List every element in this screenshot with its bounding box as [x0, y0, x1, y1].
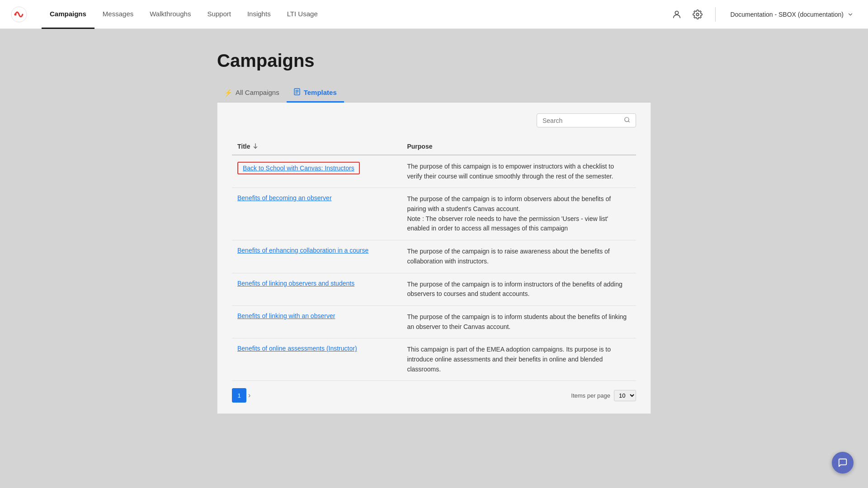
td-title-5: Benefits of online assessments (Instruct…	[232, 338, 401, 381]
td-purpose-4: The purpose of the campaign is to inform…	[401, 305, 636, 338]
items-per-page-select[interactable]: 10 25 50	[614, 390, 636, 401]
th-purpose: Purpose	[401, 138, 636, 155]
items-per-page-label: Items per page	[571, 392, 610, 399]
nav-support[interactable]: Support	[199, 0, 239, 29]
sort-icon	[253, 143, 258, 150]
th-purpose-label: Purpose	[407, 143, 432, 150]
pagination-buttons: 1 ›	[232, 388, 250, 403]
template-link-4[interactable]: Benefits of linking with an observer	[237, 312, 335, 319]
table-row: Back to School with Canvas: InstructorsT…	[232, 155, 636, 188]
tab-all-campaigns-label: All Campaigns	[236, 89, 279, 96]
svg-point-1	[14, 13, 17, 15]
template-link-5[interactable]: Benefits of online assessments (Instruct…	[237, 345, 357, 352]
template-link-1[interactable]: Benefits of becoming an observer	[237, 194, 332, 202]
nav-links: Campaigns Messages Walkthroughs Support …	[42, 0, 670, 29]
tab-templates[interactable]: Templates	[287, 84, 344, 103]
templates-icon	[294, 88, 300, 97]
main-content: Campaigns ⚡ All Campaigns Templates	[145, 29, 723, 436]
td-title-0: Back to School with Canvas: Instructors	[232, 155, 401, 188]
tab-templates-label: Templates	[304, 89, 337, 96]
td-purpose-5: This campaign is part of the EMEA adopti…	[401, 338, 636, 381]
search-input[interactable]	[542, 117, 620, 124]
workspace-selector[interactable]: Documentation - SBOX (documentation)	[726, 9, 857, 20]
table-row: Benefits of online assessments (Instruct…	[232, 338, 636, 381]
table-row: Benefits of linking observers and studen…	[232, 273, 636, 305]
navbar-divider	[715, 7, 716, 22]
chat-button[interactable]	[832, 452, 854, 474]
search-box[interactable]	[537, 113, 636, 127]
td-purpose-3: The purpose of the campaign is to inform…	[401, 273, 636, 305]
items-per-page: Items per page 10 25 50	[571, 390, 636, 401]
page-title: Campaigns	[217, 51, 651, 71]
svg-point-3	[697, 13, 699, 16]
nav-insights[interactable]: Insights	[239, 0, 279, 29]
chat-icon	[838, 458, 848, 468]
table-row: Benefits of enhancing collaboration in a…	[232, 240, 636, 273]
svg-line-9	[628, 121, 630, 122]
navbar: Campaigns Messages Walkthroughs Support …	[0, 0, 868, 29]
page-btn-1[interactable]: 1	[232, 388, 246, 403]
td-title-1: Benefits of becoming an observer	[232, 188, 401, 240]
td-purpose-1: The purpose of the campaign is to inform…	[401, 188, 636, 240]
user-icon-button[interactable]	[670, 8, 684, 21]
nav-campaigns[interactable]: Campaigns	[42, 0, 94, 29]
th-title[interactable]: Title	[232, 138, 401, 155]
chevron-down-icon	[847, 11, 854, 18]
next-page-arrow[interactable]: ›	[248, 391, 250, 399]
td-title-4: Benefits of linking with an observer	[232, 305, 401, 338]
workspace-label: Documentation - SBOX (documentation)	[730, 11, 844, 18]
td-purpose-2: The purpose of the campaign is to raise …	[401, 240, 636, 273]
td-title-3: Benefits of linking observers and studen…	[232, 273, 401, 305]
nav-messages[interactable]: Messages	[94, 0, 142, 29]
nav-walkthroughs[interactable]: Walkthroughs	[142, 0, 199, 29]
tabs-bar: ⚡ All Campaigns Templates	[217, 84, 651, 103]
td-purpose-0: The purpose of this campaign is to empow…	[401, 155, 636, 188]
td-title-2: Benefits of enhancing collaboration in a…	[232, 240, 401, 273]
template-link-0[interactable]: Back to School with Canvas: Instructors	[243, 164, 354, 172]
navbar-right: Documentation - SBOX (documentation)	[670, 7, 857, 22]
template-link-3[interactable]: Benefits of linking observers and studen…	[237, 280, 354, 287]
table-row: Benefits of becoming an observerThe purp…	[232, 188, 636, 240]
template-link-2[interactable]: Benefits of enhancing collaboration in a…	[237, 247, 368, 254]
th-title-label: Title	[237, 143, 250, 150]
search-row	[232, 113, 636, 127]
templates-table: Title Purpose	[232, 138, 636, 381]
table-container: Title Purpose	[217, 103, 651, 414]
all-campaigns-icon: ⚡	[224, 89, 232, 96]
logo	[11, 6, 27, 23]
tab-all-campaigns[interactable]: ⚡ All Campaigns	[217, 84, 287, 103]
svg-point-2	[675, 11, 679, 14]
table-row: Benefits of linking with an observerThe …	[232, 305, 636, 338]
pagination-row: 1 › Items per page 10 25 50	[232, 388, 636, 403]
nav-lti-usage[interactable]: LTI Usage	[279, 0, 326, 29]
settings-icon-button[interactable]	[691, 8, 704, 21]
search-icon	[624, 117, 630, 124]
